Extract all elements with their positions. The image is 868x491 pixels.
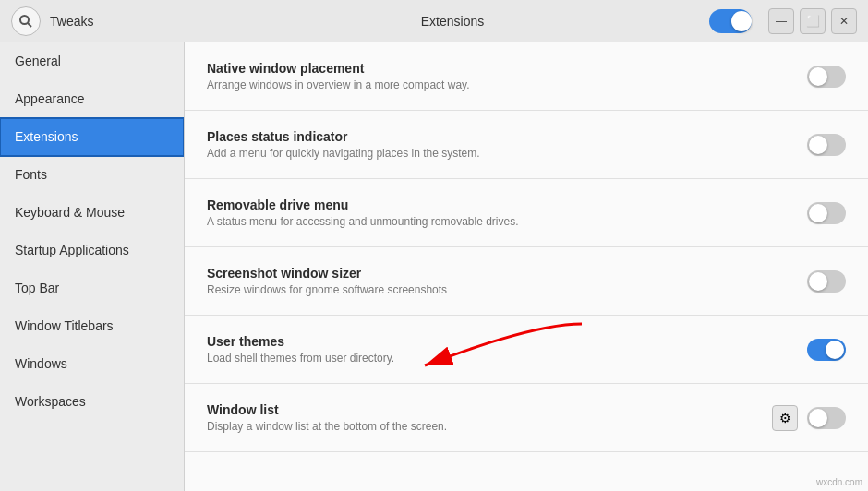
sidebar-item-windows[interactable]: Windows: [0, 345, 184, 383]
extension-controls-removable-drive-menu: [807, 202, 846, 224]
extension-name-native-window-placement: Native window placement: [207, 61, 807, 76]
sidebar-item-keyboard-mouse[interactable]: Keyboard & Mouse: [0, 194, 184, 232]
sidebar-item-startup-applications[interactable]: Startup Applications: [0, 232, 184, 269]
extension-controls-native-window-placement: [807, 66, 846, 88]
extension-controls-user-themes: [807, 339, 846, 361]
extension-item-places-status-indicator: Places status indicatorAdd a menu for qu…: [185, 111, 868, 179]
minimize-button[interactable]: —: [768, 8, 794, 34]
search-button[interactable]: [11, 6, 41, 36]
extension-info-places-status-indicator: Places status indicatorAdd a menu for qu…: [207, 129, 807, 160]
toggle-screenshot-window-sizer[interactable]: [807, 270, 846, 293]
extension-name-user-themes: User themes: [207, 334, 807, 349]
extension-item-native-window-placement: Native window placementArrange windows i…: [185, 42, 868, 111]
sidebar: GeneralAppearanceExtensionsFontsKeyboard…: [0, 42, 185, 491]
svg-line-1: [28, 23, 31, 27]
extension-info-window-list: Window listDisplay a window list at the …: [207, 402, 772, 433]
sidebar-item-appearance[interactable]: Appearance: [0, 80, 184, 118]
watermark: wxcdn.com: [816, 477, 862, 487]
toggle-user-themes[interactable]: [807, 339, 846, 361]
extension-desc-user-themes: Load shell themes from user directory.: [207, 352, 807, 365]
sidebar-item-top-bar[interactable]: Top Bar: [0, 269, 184, 307]
extension-name-screenshot-window-sizer: Screenshot window sizer: [207, 266, 807, 281]
extension-item-screenshot-window-sizer: Screenshot window sizerResize windows fo…: [185, 247, 868, 316]
titlebar-right: — ⬜ ✕: [709, 8, 857, 34]
app-name: Tweaks: [50, 14, 93, 29]
titlebar-left: Tweaks: [11, 6, 196, 36]
restore-button[interactable]: ⬜: [800, 8, 826, 34]
window-controls: — ⬜ ✕: [768, 8, 857, 34]
sidebar-item-window-titlebars[interactable]: Window Titlebars: [0, 307, 184, 345]
content-area: Native window placementArrange windows i…: [185, 42, 868, 491]
titlebar: Tweaks Extensions — ⬜ ✕: [0, 0, 868, 42]
extension-item-removable-drive-menu: Removable drive menuA status menu for ac…: [185, 179, 868, 247]
extension-info-screenshot-window-sizer: Screenshot window sizerResize windows fo…: [207, 266, 807, 296]
sidebar-item-extensions[interactable]: Extensions: [0, 118, 184, 156]
main-content: GeneralAppearanceExtensionsFontsKeyboard…: [0, 42, 868, 491]
toggle-window-list[interactable]: [807, 407, 846, 429]
extension-controls-places-status-indicator: [807, 134, 846, 156]
page-title: Extensions: [421, 14, 484, 29]
extension-controls-window-list: ⚙: [772, 405, 846, 431]
extension-desc-window-list: Display a window list at the bottom of t…: [207, 420, 772, 433]
extension-item-user-themes: User themesLoad shell themes from user d…: [185, 316, 868, 384]
toggle-removable-drive-menu[interactable]: [807, 202, 846, 224]
toggle-places-status-indicator[interactable]: [807, 134, 846, 156]
toggle-knob-places-status-indicator: [809, 136, 827, 154]
toggle-knob-native-window-placement: [809, 67, 827, 86]
extension-item-window-list: Window listDisplay a window list at the …: [185, 384, 868, 452]
toggle-knob: [731, 11, 752, 31]
extension-desc-removable-drive-menu: A status menu for accessing and unmounti…: [207, 215, 807, 228]
titlebar-center: Extensions: [196, 14, 709, 29]
sidebar-item-general[interactable]: General: [0, 42, 184, 80]
extension-desc-native-window-placement: Arrange windows in overview in a more co…: [207, 78, 807, 91]
extension-name-removable-drive-menu: Removable drive menu: [207, 198, 807, 212]
extension-desc-screenshot-window-sizer: Resize windows for gnome software screen…: [207, 283, 807, 296]
gear-button-window-list[interactable]: ⚙: [772, 405, 798, 431]
extension-info-removable-drive-menu: Removable drive menuA status menu for ac…: [207, 198, 807, 228]
extension-name-window-list: Window list: [207, 402, 772, 417]
toggle-native-window-placement[interactable]: [807, 66, 846, 88]
toggle-knob-screenshot-window-sizer: [809, 272, 827, 291]
close-button[interactable]: ✕: [831, 8, 857, 34]
svg-point-0: [20, 16, 29, 24]
toggle-knob-removable-drive-menu: [809, 204, 827, 222]
toggle-knob-window-list: [809, 409, 827, 427]
extension-desc-places-status-indicator: Add a menu for quickly navigating places…: [207, 147, 807, 160]
extension-name-places-status-indicator: Places status indicator: [207, 129, 807, 144]
sidebar-item-fonts[interactable]: Fonts: [0, 156, 184, 194]
extension-info-user-themes: User themesLoad shell themes from user d…: [207, 334, 807, 365]
extension-controls-screenshot-window-sizer: [807, 270, 846, 293]
extension-info-native-window-placement: Native window placementArrange windows i…: [207, 61, 807, 91]
global-extension-toggle[interactable]: [709, 9, 752, 33]
sidebar-item-workspaces[interactable]: Workspaces: [0, 383, 184, 421]
toggle-knob-user-themes: [826, 341, 844, 359]
